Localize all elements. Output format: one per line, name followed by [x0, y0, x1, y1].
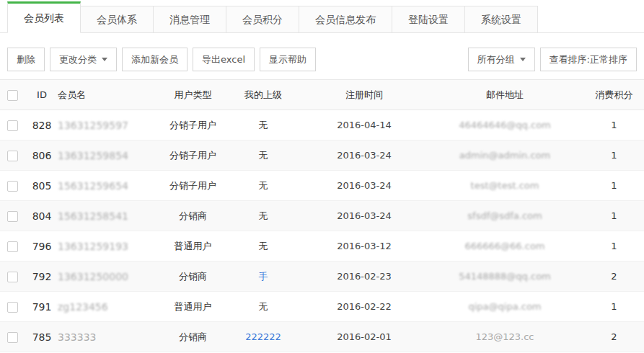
change-category-button[interactable]: 更改分类 [50, 48, 117, 71]
table-row: 79613631259193普通用户无2016-03-12666666@66.c… [0, 231, 644, 262]
cell-email: 666666@66.com [425, 231, 584, 262]
delete-button-label: 删除 [17, 48, 35, 71]
cell-upline: 手 [224, 262, 303, 292]
delete-button[interactable]: 删除 [7, 48, 45, 71]
member-table: ID会员名用户类型我的上级注册时间邮件地址消费积分 82813631259597… [0, 79, 644, 352]
cell-id: 828 [26, 110, 58, 140]
table-row: 791zg123456普通用户无2016-02-22qipa@qipa.com1 [0, 292, 644, 322]
cell-user-type: 分销商 [162, 201, 224, 231]
upline-link[interactable]: 手 [259, 271, 268, 282]
cell-points: 1 [584, 171, 644, 201]
select-all-header-cell [0, 80, 26, 110]
cell-reg-date: 2016-03-12 [303, 231, 425, 262]
cell-reg-date: 2016-02-22 [303, 292, 425, 322]
select-all-checkbox[interactable] [7, 90, 18, 101]
cell-upline: 无 [224, 201, 303, 231]
cell-member-name: 13631259193 [58, 231, 162, 262]
col-points-header: 消费积分 [584, 80, 644, 110]
row-checkbox[interactable] [7, 332, 18, 343]
cell-user-type: 分销商 [162, 322, 224, 352]
row-checkbox[interactable] [7, 302, 18, 313]
show-help-button[interactable]: 显示帮助 [260, 48, 316, 71]
cell-user-type: 普通用户 [162, 292, 224, 322]
col-user-type-header: 用户类型 [162, 80, 224, 110]
cell-points: 1 [584, 231, 644, 262]
view-sort-button[interactable]: 查看排序:正常排序 [540, 48, 637, 71]
cell-user-type: 分销子用户 [162, 171, 224, 201]
table-header-row: ID会员名用户类型我的上级注册时间邮件地址消费积分 [0, 80, 644, 110]
cell-member-name: 13631259597 [58, 110, 162, 140]
cell-user-type: 普通用户 [162, 231, 224, 262]
show-help-button-label: 显示帮助 [269, 48, 306, 71]
cell-id: 796 [26, 231, 58, 262]
cell-email: test@test.com [425, 171, 584, 201]
cell-upline: 无 [224, 140, 303, 171]
cell-reg-date: 2016-02-01 [303, 322, 425, 352]
tab-login-settings[interactable]: 登陆设置 [392, 6, 465, 33]
cell-points: 2 [584, 322, 644, 352]
cell-points: 1 [584, 110, 644, 140]
cell-upline: 无 [224, 292, 303, 322]
chevron-down-icon [520, 58, 526, 61]
cell-user-type: 分销子用户 [162, 110, 224, 140]
toolbar-left: 删除更改分类添加新会员导出excel显示帮助 [7, 48, 321, 71]
export-excel-button[interactable]: 导出excel [193, 48, 255, 71]
cell-upline: 无 [224, 110, 303, 140]
cell-upline: 无 [224, 231, 303, 262]
col-email-header: 邮件地址 [425, 80, 584, 110]
view-sort-button-label: 查看排序:正常排序 [550, 48, 627, 71]
row-select-cell [0, 201, 26, 231]
table-row: 785333333分销商2222222016-02-01123@123.cc2 [0, 322, 644, 352]
cell-user-type: 分销子用户 [162, 140, 224, 171]
row-select-cell [0, 231, 26, 262]
tab-member-list[interactable]: 会员列表 [7, 1, 81, 33]
col-upline-header: 我的上级 [224, 80, 303, 110]
cell-points: 1 [584, 140, 644, 171]
cell-reg-date: 2016-04-14 [303, 110, 425, 140]
row-checkbox[interactable] [7, 120, 18, 131]
export-excel-button-label: 导出excel [202, 48, 245, 71]
cell-reg-date: 2016-03-24 [303, 201, 425, 231]
row-select-cell [0, 292, 26, 322]
row-select-cell [0, 140, 26, 171]
cell-email: 46464646@qq.com [425, 110, 584, 140]
table-body: 82813631259597分销子用户无2016-04-1446464646@q… [0, 110, 644, 352]
cell-email: sfsdf@sdfa.com [425, 201, 584, 231]
row-checkbox[interactable] [7, 272, 18, 282]
cell-id: 792 [26, 262, 58, 292]
row-select-cell [0, 262, 26, 292]
all-groups-button-label: 所有分组 [477, 48, 515, 71]
cell-member-name: 15631258541 [58, 201, 162, 231]
cell-email: qipa@qipa.com [425, 292, 584, 322]
tab-member-points[interactable]: 会员积分 [226, 6, 299, 33]
cell-reg-date: 2016-03-24 [303, 140, 425, 171]
cell-id: 804 [26, 201, 58, 231]
add-member-button[interactable]: 添加新会员 [122, 48, 188, 71]
cell-reg-date: 2016-03-24 [303, 171, 425, 201]
cell-points: 2 [584, 262, 644, 292]
cell-upline: 无 [224, 171, 303, 201]
cell-member-name: 13631250000 [58, 262, 162, 292]
row-checkbox[interactable] [7, 181, 18, 192]
cell-member-name: zg123456 [58, 292, 162, 322]
cell-id: 806 [26, 140, 58, 171]
row-checkbox[interactable] [7, 151, 18, 161]
cell-member-name: 333333 [58, 322, 162, 352]
row-select-cell [0, 110, 26, 140]
tab-system-settings[interactable]: 系统设置 [465, 6, 538, 33]
row-checkbox[interactable] [7, 241, 18, 252]
tab-message-management[interactable]: 消息管理 [154, 6, 226, 33]
row-checkbox[interactable] [7, 211, 18, 222]
row-select-cell [0, 171, 26, 201]
add-member-button-label: 添加新会员 [131, 48, 178, 71]
upline-link[interactable]: 222222 [245, 331, 281, 342]
table-row: 80613631259854分销子用户无2016-03-24admin@admi… [0, 140, 644, 171]
cell-reg-date: 2016-02-23 [303, 262, 425, 292]
cell-points: 1 [584, 292, 644, 322]
cell-email: 54148888@qq.com [425, 262, 584, 292]
all-groups-button[interactable]: 所有分组 [468, 48, 535, 71]
cell-member-name: 13631259854 [58, 140, 162, 171]
toolbar: 删除更改分类添加新会员导出excel显示帮助 所有分组查看排序:正常排序 [0, 33, 644, 79]
tab-member-system[interactable]: 会员体系 [81, 6, 154, 33]
tab-member-info-publish[interactable]: 会员信息发布 [299, 6, 392, 33]
